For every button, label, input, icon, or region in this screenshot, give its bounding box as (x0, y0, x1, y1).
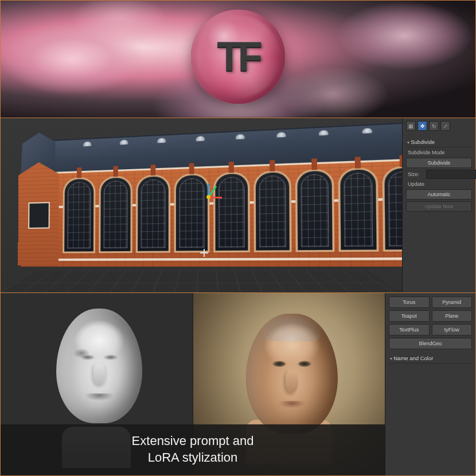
caption-line-1: Extensive prompt and (132, 434, 254, 448)
subdivide-button[interactable]: Subdivide (406, 158, 472, 168)
building-window (295, 169, 335, 252)
building-window (136, 174, 170, 253)
size-row: Size: (406, 170, 472, 179)
sculpt-eye-left (80, 354, 95, 360)
building-window (99, 175, 132, 253)
photo-eye-right (298, 361, 311, 367)
sculpt-mouth (83, 393, 115, 401)
sculpt-nose (93, 364, 105, 385)
viewport-panel: ▦ ✥ ↻ ⤢ Subdivide Subdivide Mode Subdivi… (1, 118, 475, 293)
sculpt-head (56, 309, 142, 423)
tyflow-button[interactable]: tyFlow (432, 324, 473, 335)
transform-gizmo[interactable] (196, 184, 223, 212)
roof-skylight (157, 138, 166, 143)
building-window (63, 177, 95, 253)
tool-rotate-icon[interactable]: ↻ (429, 121, 439, 131)
viewport-3d[interactable] (1, 118, 402, 292)
faces-panel: Torus Pyramid Teapot Plane TextPlus tyFl… (1, 293, 475, 475)
primitive-button-grid: Torus Pyramid Teapot Plane TextPlus tyFl… (389, 296, 472, 349)
subdivide-mode-label: Subdivide Mode (406, 149, 472, 156)
photo-face (246, 314, 338, 434)
building-wall (21, 158, 402, 267)
roof-skylight (236, 134, 245, 139)
update-label: Update (406, 181, 472, 188)
gizmo-origin[interactable] (206, 195, 210, 199)
roof-skylight (83, 142, 92, 147)
building-gable (18, 161, 59, 266)
photo-hair (262, 316, 321, 341)
tool-scale-icon[interactable]: ⤢ (440, 121, 450, 131)
tool-select-icon[interactable]: ▦ (406, 121, 416, 131)
logo-banner-panel: TF (1, 1, 475, 118)
roof-skylight (196, 136, 205, 141)
photo-nose (286, 370, 298, 393)
faces-sidebar: Torus Pyramid Teapot Plane TextPlus tyFl… (385, 293, 475, 475)
sidebar-tool-icons: ▦ ✥ ↻ ⤢ (406, 121, 472, 131)
cursor-crosshair-icon (200, 249, 208, 257)
logo-orb: TF (191, 9, 286, 104)
roof-skylight (319, 130, 329, 136)
building-window (382, 166, 402, 252)
photo-mouth (276, 401, 307, 409)
section-name-color-title[interactable]: Name and Color (389, 353, 472, 364)
section-subdivide-title[interactable]: Subdivide (406, 137, 472, 147)
wall-band (21, 257, 402, 261)
roof-skylight (120, 140, 128, 145)
torus-button[interactable]: Torus (389, 296, 430, 308)
pyramid-button[interactable]: Pyramid (432, 296, 473, 308)
teapot-button[interactable]: Teapot (389, 310, 430, 322)
composite-container: TF ▦ ✥ (0, 0, 476, 476)
sculpt-eye-right (103, 354, 118, 360)
caption-line-2: LoRA stylization (148, 450, 238, 465)
update-mode-button[interactable]: Automatic (406, 189, 472, 200)
viewport-grid (1, 271, 402, 292)
building-window (338, 167, 379, 252)
photo-eye-left (272, 361, 286, 367)
plane-button[interactable]: Plane (432, 310, 473, 322)
size-input[interactable] (426, 170, 476, 179)
logo-glyph: TF (217, 34, 259, 80)
caption-overlay: Extensive prompt and LoRA stylization (1, 424, 385, 475)
roof-skylight (276, 132, 286, 137)
size-label: Size: (406, 171, 423, 178)
building-window (253, 170, 291, 252)
update-now-button[interactable]: Update Now (406, 201, 472, 212)
tool-move-icon[interactable]: ✥ (418, 121, 427, 131)
roof-skylight (362, 128, 372, 134)
viewport-sidebar: ▦ ✥ ↻ ⤢ Subdivide Subdivide Mode Subdivi… (402, 118, 475, 292)
blendgeo-button[interactable]: BlendGeo (389, 338, 472, 349)
textplus-button[interactable]: TextPlus (389, 324, 430, 335)
